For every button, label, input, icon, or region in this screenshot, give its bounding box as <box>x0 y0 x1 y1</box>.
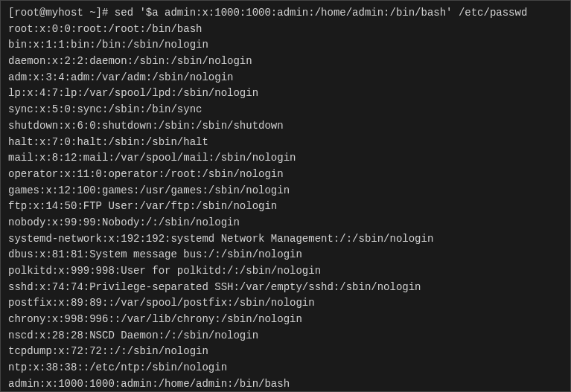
output-line: postfix:x:89:89::/var/spool/postfix:/sbi… <box>8 295 563 312</box>
output-line: ntp:x:38:38::/etc/ntp:/sbin/nologin <box>8 360 563 376</box>
output-line: halt:x:7:0:halt:/sbin:/sbin/halt <box>8 135 563 151</box>
output-line: admin:x:1000:1000:admin:/home/admin:/bin… <box>8 376 563 392</box>
output-line: dbus:x:81:81:System message bus:/:/sbin/… <box>8 247 563 263</box>
output-line: chrony:x:998:996::/var/lib/chrony:/sbin/… <box>8 312 563 328</box>
command-line[interactable]: [root@myhost ~]# sed '$a admin:x:1000:10… <box>8 5 563 22</box>
shell-prompt: [root@myhost ~]# <box>8 7 115 19</box>
output-line: sshd:x:74:74:Privilege-separated SSH:/va… <box>8 280 563 296</box>
output-line: adm:x:3:4:adm:/var/adm:/sbin/nologin <box>8 70 563 86</box>
output-line: lp:x:4:7:lp:/var/spool/lpd:/sbin/nologin <box>8 86 563 102</box>
output-line: polkitd:x:999:998:User for polkitd:/:/sb… <box>8 263 563 280</box>
output-line: shutdown:x:6:0:shutdown:/sbin:/sbin/shut… <box>8 118 563 135</box>
output-line: bin:x:1:1:bin:/bin:/sbin/nologin <box>8 37 563 54</box>
command-text: sed '$a admin:x:1000:1000:admin:/home/ad… <box>115 7 528 19</box>
output-line: tcpdump:x:72:72::/:/sbin/nologin <box>8 344 563 360</box>
output-line: nscd:x:28:28:NSCD Daemon:/:/sbin/nologin <box>8 328 563 344</box>
terminal-output: root:x:0:0:root:/root:/bin/bashbin:x:1:1… <box>8 22 563 392</box>
output-line: operator:x:11:0:operator:/root:/sbin/nol… <box>8 167 563 183</box>
output-line: systemd-network:x:192:192:systemd Networ… <box>8 231 563 248</box>
output-line: nobody:x:99:99:Nobody:/:/sbin/nologin <box>8 215 563 231</box>
output-line: sync:x:5:0:sync:/sbin:/bin/sync <box>8 102 563 118</box>
output-line: root:x:0:0:root:/root:/bin/bash <box>8 22 563 38</box>
output-line: mail:x:8:12:mail:/var/spool/mail:/sbin/n… <box>8 150 563 167</box>
output-line: daemon:x:2:2:daemon:/sbin:/sbin/nologin <box>8 54 563 70</box>
output-line: games:x:12:100:games:/usr/games:/sbin/no… <box>8 183 563 199</box>
output-line: ftp:x:14:50:FTP User:/var/ftp:/sbin/nolo… <box>8 199 563 215</box>
